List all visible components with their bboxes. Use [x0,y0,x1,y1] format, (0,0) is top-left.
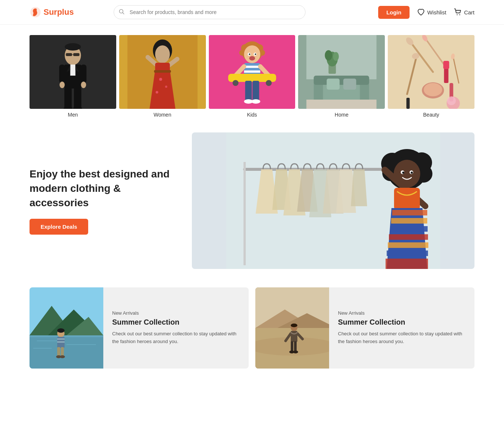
heart-icon [417,8,425,16]
svg-point-132 [57,328,65,333]
svg-rect-149 [291,341,293,352]
category-image-women [119,35,206,109]
svg-point-152 [293,350,298,353]
logo-icon [30,6,41,18]
svg-rect-19 [74,88,81,109]
wishlist-label: Wishlist [427,9,446,15]
svg-point-63 [325,50,332,61]
svg-rect-33 [154,70,171,73]
svg-point-31 [165,86,167,88]
promo-card-1[interactable]: New Arrivals Summer Collection Check out… [30,287,249,369]
svg-point-45 [255,53,256,55]
promo-card-content-2: New Arrivals Summer Collection Check out… [329,303,474,353]
svg-rect-47 [244,66,260,68]
svg-rect-8 [73,53,79,56]
svg-rect-126 [30,335,103,369]
wishlist-link[interactable]: Wishlist [417,8,446,16]
promo-card-content-1: New Arrivals Summer Collection Check out… [103,303,249,353]
explore-deals-button[interactable]: Explore Deals [30,219,88,235]
svg-rect-71 [307,100,377,109]
svg-rect-69 [327,79,340,90]
svg-point-30 [159,78,162,81]
svg-rect-77 [444,68,449,83]
svg-rect-137 [61,347,64,356]
cards-section: New Arrivals Summer Collection Check out… [0,280,504,383]
svg-point-4 [459,14,460,15]
category-image-beauty [388,35,474,109]
login-button[interactable]: Login [378,6,410,19]
promo-card-image-1 [30,287,103,369]
category-label-home: Home [335,112,348,118]
promo-card-tag-1: New Arrivals [112,310,240,316]
cart-label: Cart [464,9,474,15]
svg-rect-127 [30,335,103,337]
svg-point-53 [232,80,238,86]
svg-rect-56 [252,81,259,101]
header-actions: Login Wishlist Cart [378,6,474,19]
svg-rect-120 [387,250,428,256]
category-item-beauty[interactable]: Beauty [388,35,474,118]
category-item-kids[interactable]: Kids [209,35,296,118]
category-label-women: Women [153,112,171,118]
hero-text: Enjoy the best designed and modern cloth… [30,167,177,235]
svg-rect-55 [245,81,252,101]
promo-card-title-1: Summer Collection [112,318,240,326]
svg-line-2 [123,13,124,14]
promo-card-tag-2: New Arrivals [338,310,466,316]
search-bar [114,5,305,19]
svg-point-88 [447,96,456,105]
svg-point-109 [402,172,404,174]
hero-section: Enjoy the best designed and modern cloth… [0,121,504,280]
category-item-women[interactable]: Women [119,35,206,118]
svg-point-32 [156,91,158,94]
promo-card-desc-1: Check out our best summer collection to … [112,330,240,346]
svg-point-17 [81,82,86,88]
logo[interactable]: Surplus [30,6,74,18]
search-icon [119,9,124,15]
category-item-men[interactable]: Men [30,35,116,118]
svg-rect-150 [294,341,297,352]
svg-marker-100 [351,169,367,206]
hero-tagline: Enjoy the best designed and modern cloth… [30,167,177,210]
category-grid: Men [30,35,474,118]
svg-rect-78 [443,61,449,69]
category-label-men: Men [68,112,78,118]
header: Surplus Login Wishlist Cart [0,0,504,25]
svg-rect-14 [59,65,65,83]
cart-icon [454,8,462,16]
svg-rect-119 [388,242,428,248]
search-input[interactable] [114,5,305,19]
svg-rect-115 [392,210,427,215]
svg-rect-7 [66,53,72,56]
category-item-home[interactable]: Home [298,35,385,118]
svg-rect-70 [344,79,356,90]
category-image-men [30,35,116,109]
svg-rect-48 [244,70,260,73]
svg-rect-68 [314,76,369,85]
category-image-kids [209,35,296,109]
svg-point-80 [424,83,442,96]
svg-rect-134 [57,338,65,340]
svg-rect-116 [391,218,427,224]
category-label-kids: Kids [247,112,257,118]
svg-rect-18 [64,88,72,109]
category-label-beauty: Beauty [423,112,439,118]
svg-rect-135 [57,341,65,343]
hero-image [192,132,474,269]
svg-rect-118 [389,234,428,240]
svg-point-3 [456,14,457,15]
svg-rect-15 [80,65,86,83]
promo-card-desc-2: Check out our best summer collection to … [338,330,466,346]
logo-text: Surplus [44,7,74,17]
promo-card-2[interactable]: New Arrivals Summer Collection Check out… [255,287,474,369]
svg-point-54 [266,80,272,86]
svg-rect-60 [307,35,377,79]
svg-point-16 [59,82,65,88]
svg-point-41 [249,56,255,61]
svg-point-22 [65,43,81,51]
svg-point-64 [333,52,339,61]
cart-link[interactable]: Cart [454,8,474,16]
svg-point-25 [155,45,170,63]
category-section: Men [0,25,504,121]
svg-point-110 [411,172,413,174]
